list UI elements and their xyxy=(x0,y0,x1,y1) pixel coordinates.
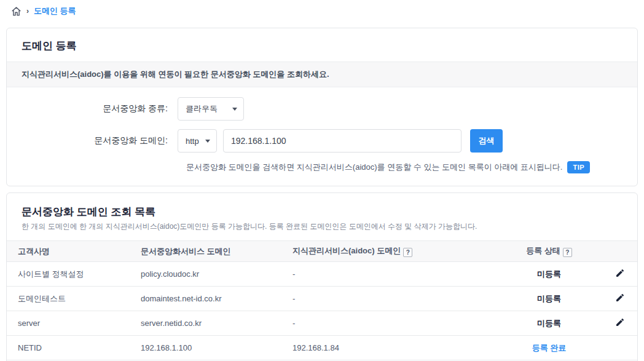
col-status: 등록 상태? xyxy=(495,241,603,262)
table-row: NETID 192.168.1.100 192.168.1.84 등록 완료 xyxy=(7,336,637,360)
chevron-down-icon xyxy=(205,140,210,143)
list-card-subtitle: 한 개의 도메인에 한 개의 지식관리서비스(aidoc)도메인만 등록 가능합… xyxy=(7,221,637,240)
chevron-right-icon: › xyxy=(26,7,29,15)
pencil-icon xyxy=(615,293,625,304)
col-actions xyxy=(603,241,637,262)
service-domain-cell: domaintest.net-id.co.kr xyxy=(141,287,293,311)
domain-input[interactable] xyxy=(223,129,461,153)
aidoc-domain-cell: - xyxy=(293,287,495,311)
pencil-icon xyxy=(615,268,625,280)
centralization-type-select[interactable]: 클라우독 xyxy=(178,97,244,121)
col-service-domain: 문서중앙화서비스 도메인 xyxy=(141,241,293,262)
protocol-select[interactable]: http xyxy=(178,129,217,153)
edit-button[interactable] xyxy=(613,290,627,307)
home-icon[interactable] xyxy=(11,6,22,17)
pencil-icon xyxy=(615,317,625,329)
customer-name-cell: 도메인테스트 xyxy=(7,287,141,311)
list-card-title: 문서중앙화 도메인 조회 목록 xyxy=(7,193,637,221)
breadcrumb: › 도메인 등록 xyxy=(0,0,644,22)
register-form: 문서중앙화 종류: 클라우독 문서중앙화 도메인: http 검색 문서중앙화 … xyxy=(7,87,637,173)
customer-name-cell: server xyxy=(7,311,141,336)
help-icon[interactable]: ? xyxy=(403,248,412,257)
aidoc-domain-cell: - xyxy=(293,262,495,287)
domain-register-card: 도메인 등록 지식관리서비스(aidoc)를 이용을 위해 연동이 필요한 문서… xyxy=(6,28,638,186)
col-customer: 고객사명 xyxy=(7,241,141,262)
tip-badge: TIP xyxy=(567,161,590,173)
tip-row: 문서중앙화 도메인을 검색하면 지식관리서비스(aidoc)를 연동할 수 있는… xyxy=(186,161,637,173)
aidoc-domain-cell: - xyxy=(293,311,495,336)
status-badge: 미등록 xyxy=(537,269,561,279)
breadcrumb-current[interactable]: 도메인 등록 xyxy=(34,6,76,17)
col-aidoc-domain: 지식관리서비스(aidoc) 도메인? xyxy=(293,241,495,262)
type-selected-value: 클라우독 xyxy=(186,103,218,114)
search-button[interactable]: 검색 xyxy=(470,129,503,153)
aidoc-domain-cell: 192.168.1.84 xyxy=(293,336,495,360)
customer-name-cell: NETID xyxy=(7,336,141,360)
status-badge: 등록 완료 xyxy=(532,343,567,352)
table-body: 사이트별 정책설정 policy.cloudoc.kr - 미등록 도메인테스트… xyxy=(7,262,637,360)
table-row: 사이트별 정책설정 policy.cloudoc.kr - 미등록 xyxy=(7,262,637,287)
service-domain-cell: 192.168.1.100 xyxy=(141,336,293,360)
customer-name-cell: 사이트별 정책설정 xyxy=(7,262,141,287)
edit-button[interactable] xyxy=(613,315,627,331)
chevron-down-icon xyxy=(232,108,237,111)
domain-row: 문서중앙화 도메인: http 검색 xyxy=(93,129,637,153)
table-header-row: 고객사명 문서중앙화서비스 도메인 지식관리서비스(aidoc) 도메인? 등록… xyxy=(7,241,637,262)
edit-button[interactable] xyxy=(613,266,627,282)
domain-label: 문서중앙화 도메인: xyxy=(93,135,168,146)
register-card-title: 도메인 등록 xyxy=(7,28,637,62)
status-badge: 미등록 xyxy=(537,319,561,328)
tip-text: 문서중앙화 도메인을 검색하면 지식관리서비스(aidoc)를 연동할 수 있는… xyxy=(186,162,562,173)
service-domain-cell: server.netid.co.kr xyxy=(141,311,293,336)
table-row: 도메인테스트 domaintest.net-id.co.kr - 미등록 xyxy=(7,287,637,311)
table-row: server server.netid.co.kr - 미등록 xyxy=(7,311,637,336)
type-label: 문서중앙화 종류: xyxy=(93,103,168,114)
domain-list-card: 문서중앙화 도메인 조회 목록 한 개의 도메인에 한 개의 지식관리서비스(a… xyxy=(6,192,638,361)
help-icon[interactable]: ? xyxy=(563,248,572,257)
protocol-selected-value: http xyxy=(186,137,199,146)
register-notice: 지식관리서비스(aidoc)를 이용을 위해 연동이 필요한 문서중앙화 도메인… xyxy=(7,62,637,87)
status-badge: 미등록 xyxy=(537,294,561,303)
type-row: 문서중앙화 종류: 클라우독 xyxy=(93,97,637,121)
domain-table: 고객사명 문서중앙화서비스 도메인 지식관리서비스(aidoc) 도메인? 등록… xyxy=(7,240,637,360)
service-domain-cell: policy.cloudoc.kr xyxy=(141,262,293,287)
